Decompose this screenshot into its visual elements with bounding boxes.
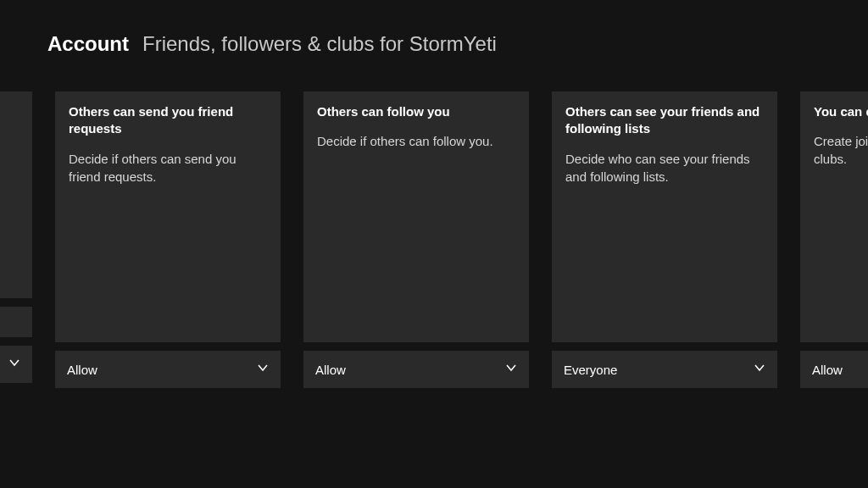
setting-card-create-clubs[interactable]: You can create and join clubs Create joi… xyxy=(800,92,868,342)
setting-dropdown-friend-requests[interactable]: Allow xyxy=(55,351,281,388)
dropdown-value: Allow xyxy=(812,363,843,377)
setting-card-col-1: Others can send you friend requests Deci… xyxy=(55,92,281,388)
setting-dropdown-0[interactable] xyxy=(0,346,32,383)
setting-card-0[interactable]: ers. xyxy=(0,92,32,298)
card-title: You can create and join clubs xyxy=(814,103,868,120)
card-desc: ers. xyxy=(0,115,19,133)
dropdown-value: Allow xyxy=(67,363,97,377)
chevron-down-icon xyxy=(505,362,517,377)
setting-card-col-4: You can create and join clubs Create joi… xyxy=(800,92,868,388)
card-title: Others can send you friend requests xyxy=(69,103,267,138)
setting-dropdown-see-friends-lists[interactable]: Everyone xyxy=(552,351,777,388)
setting-card-col-3: Others can see your friends and followin… xyxy=(552,92,777,388)
header-title: Friends, followers & clubs for StormYeti xyxy=(142,32,497,56)
setting-card-col-2: Others can follow you Decide if others c… xyxy=(303,92,529,388)
page-header: Account Friends, followers & clubs for S… xyxy=(0,0,868,56)
card-title: Others can see your friends and followin… xyxy=(565,103,764,138)
setting-card-friend-requests[interactable]: Others can send you friend requests Deci… xyxy=(55,92,281,342)
card-desc: Decide if others can send you friend req… xyxy=(69,150,267,186)
setting-card-see-friends-lists[interactable]: Others can see your friends and followin… xyxy=(552,92,777,342)
header-section: Account xyxy=(47,32,129,56)
setting-card-stub xyxy=(0,307,32,337)
card-desc: Decide if others can follow you. xyxy=(317,132,515,150)
card-desc: Create join, and participate in clubs. xyxy=(814,132,868,168)
setting-dropdown-create-clubs[interactable]: Allow xyxy=(800,351,868,388)
card-desc: Decide who can see your friends and foll… xyxy=(565,150,764,186)
dropdown-value: Everyone xyxy=(564,363,617,377)
chevron-down-icon xyxy=(8,357,20,372)
setting-card-col-0: ers. xyxy=(0,92,32,388)
setting-dropdown-follow-you[interactable]: Allow xyxy=(303,351,529,388)
dropdown-value: Allow xyxy=(315,363,346,377)
card-title: Others can follow you xyxy=(317,103,515,120)
chevron-down-icon xyxy=(257,362,269,377)
setting-card-follow-you[interactable]: Others can follow you Decide if others c… xyxy=(303,92,529,342)
chevron-down-icon xyxy=(754,362,765,377)
settings-cards-row: ers. Others can send you friend requests… xyxy=(0,92,868,388)
